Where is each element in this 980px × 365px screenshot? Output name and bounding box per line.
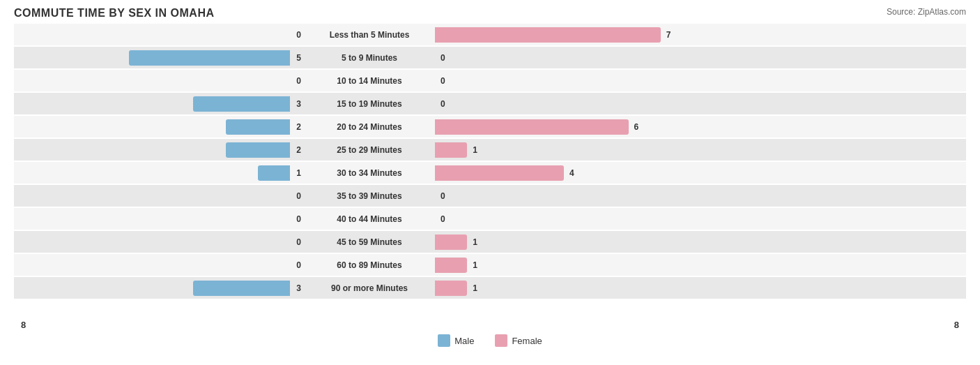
left-section: 0 [14, 76, 307, 86]
row-label: 20 to 24 Minutes [307, 122, 432, 132]
bar-row: 0 Less than 5 Minutes 7 [14, 24, 966, 45]
left-section: 2 [14, 145, 307, 155]
male-bar [129, 50, 290, 66]
chart-title: COMMUTE TIME BY SEX IN OMAHA [14, 7, 966, 20]
left-section: 2 [14, 122, 307, 132]
female-bar [435, 234, 467, 250]
row-label: 30 to 34 Minutes [307, 168, 432, 178]
axis-right: 8 [954, 320, 959, 330]
male-value: 0 [290, 214, 301, 224]
female-value: 1 [473, 145, 484, 155]
left-section: 0 [14, 237, 307, 247]
male-label: Male [454, 336, 474, 346]
male-color-box [438, 334, 450, 347]
female-label: Female [512, 336, 542, 346]
bar-row: 0 45 to 59 Minutes 1 [14, 231, 966, 253]
female-value: 0 [441, 214, 452, 224]
bars-area: 0 Less than 5 Minutes 7 5 5 to 9 Minutes… [14, 24, 966, 317]
left-section: 5 [14, 53, 307, 63]
row-label: 5 to 9 Minutes [307, 53, 432, 63]
legend-female: Female [495, 334, 542, 347]
male-value: 0 [290, 260, 301, 270]
row-label: 25 to 29 Minutes [307, 145, 432, 155]
female-bar [435, 27, 661, 43]
chart-container: COMMUTE TIME BY SEX IN OMAHA Source: Zip… [0, 0, 980, 365]
legend: Male Female [14, 334, 966, 347]
male-bar [226, 142, 291, 158]
female-value: 1 [473, 237, 484, 247]
male-value: 2 [290, 145, 301, 155]
male-bar [193, 281, 290, 296]
female-value: 4 [569, 168, 581, 178]
female-value: 0 [441, 76, 452, 86]
female-value: 0 [441, 191, 452, 201]
row-label: 15 to 19 Minutes [307, 99, 432, 109]
male-value: 0 [290, 191, 301, 201]
female-bar [435, 119, 629, 135]
axis-left: 8 [21, 320, 26, 330]
female-bar [435, 281, 467, 296]
row-label: 60 to 89 Minutes [307, 260, 432, 270]
bar-row: 2 20 to 24 Minutes 6 [14, 116, 966, 137]
bar-row: 1 30 to 34 Minutes 4 [14, 162, 966, 184]
legend-male: Male [438, 334, 474, 347]
female-bar [435, 142, 467, 158]
left-section: 3 [14, 283, 307, 293]
left-section: 0 [14, 191, 307, 201]
bar-row: 0 60 to 89 Minutes 1 [14, 254, 966, 276]
male-value: 3 [290, 283, 301, 293]
female-bar [435, 258, 467, 273]
male-value: 2 [290, 122, 301, 132]
axis-row: 8 8 [14, 320, 966, 330]
bar-row: 5 5 to 9 Minutes 0 [14, 47, 966, 68]
male-value: 0 [290, 237, 301, 247]
source-text: Source: ZipAtlas.com [887, 7, 966, 17]
male-value: 3 [290, 99, 301, 109]
female-bar [435, 165, 564, 181]
left-section: 3 [14, 99, 307, 109]
male-value: 5 [290, 53, 301, 63]
left-section: 1 [14, 168, 307, 178]
left-section: 0 [14, 30, 307, 40]
row-label: 35 to 39 Minutes [307, 191, 432, 201]
female-value: 0 [441, 53, 452, 63]
male-value: 1 [290, 168, 301, 178]
female-value: 7 [666, 30, 677, 40]
bar-row: 3 90 or more Minutes 1 [14, 277, 966, 299]
row-label: 45 to 59 Minutes [307, 237, 432, 247]
row-label: 90 or more Minutes [307, 283, 432, 293]
male-bar [193, 96, 290, 112]
left-section: 0 [14, 260, 307, 270]
male-bar [258, 165, 290, 181]
male-value: 0 [290, 30, 301, 40]
bar-row: 3 15 to 19 Minutes 0 [14, 93, 966, 114]
bar-row: 2 25 to 29 Minutes 1 [14, 139, 966, 161]
female-color-box [495, 334, 507, 347]
bar-row: 0 35 to 39 Minutes 0 [14, 185, 966, 207]
female-value: 6 [634, 122, 645, 132]
female-value: 0 [441, 99, 452, 109]
female-value: 1 [473, 260, 484, 270]
male-value: 0 [290, 76, 301, 86]
row-label: 40 to 44 Minutes [307, 214, 432, 224]
row-label: 10 to 14 Minutes [307, 76, 432, 86]
bar-row: 0 40 to 44 Minutes 0 [14, 208, 966, 230]
bar-row: 0 10 to 14 Minutes 0 [14, 70, 966, 91]
male-bar [226, 119, 291, 135]
left-section: 0 [14, 214, 307, 224]
female-value: 1 [473, 283, 484, 293]
row-label: Less than 5 Minutes [307, 30, 432, 40]
